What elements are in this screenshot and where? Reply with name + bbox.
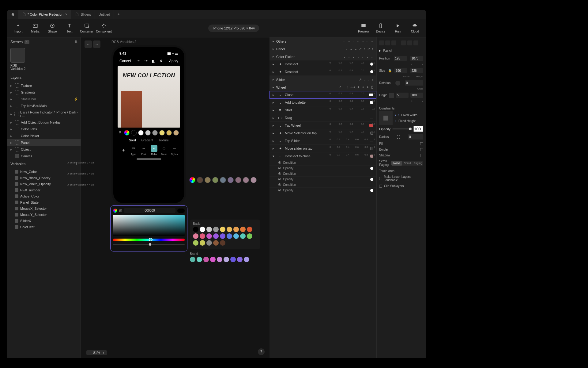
- color-swatch[interactable]: [206, 240, 212, 246]
- animation-row[interactable]: ▸⚑Start00.20.40.60.8: [270, 106, 376, 114]
- component-button[interactable]: Component: [96, 21, 111, 36]
- color-swatch[interactable]: [220, 177, 226, 183]
- tab-color-picker-redesign[interactable]: * Color Picker Redesign ×: [18, 10, 71, 19]
- lock-icon[interactable]: 🔒: [388, 69, 392, 72]
- color-swatch[interactable]: [233, 227, 239, 232]
- color-swatch[interactable]: [203, 257, 209, 262]
- color-swatch[interactable]: [138, 130, 144, 136]
- shadow-checkbox[interactable]: [420, 154, 423, 157]
- media-button[interactable]: Media: [28, 21, 43, 36]
- sort-scenes-button[interactable]: ⇅: [74, 40, 77, 44]
- home-button[interactable]: [7, 10, 18, 19]
- origin-grid[interactable]: [389, 93, 394, 98]
- device-button[interactable]: Device: [373, 21, 388, 36]
- color-swatch[interactable]: [227, 233, 232, 239]
- styles-tool[interactable]: A✦Styles: [171, 145, 178, 155]
- scene-thumbnail[interactable]: RGB Variables 2: [10, 48, 28, 71]
- origin-y-input[interactable]: [410, 93, 423, 98]
- opacity-slider[interactable]: [113, 244, 185, 245]
- section-slider[interactable]: ▸Slider↗⌄↓↑: [270, 76, 376, 83]
- back-button[interactable]: ←: [85, 40, 92, 48]
- add-button[interactable]: +: [120, 147, 127, 154]
- layer-row[interactable]: ▸Texture: [7, 82, 81, 89]
- hex-value[interactable]: 000000: [124, 208, 175, 213]
- color-picker-panel[interactable]: ⊞ 000000: [110, 205, 187, 251]
- align-top[interactable]: [401, 40, 406, 45]
- hue-slider[interactable]: [113, 239, 185, 241]
- color-swatch[interactable]: [173, 130, 179, 136]
- color-swatch[interactable]: [166, 130, 172, 136]
- color-swatch[interactable]: [240, 233, 246, 239]
- opacity-row[interactable]: ⦿Opacity: [270, 177, 376, 182]
- color-wheel-icon[interactable]: [113, 209, 117, 213]
- layer-row[interactable]: ▸Status bar⚡: [7, 96, 81, 102]
- color-swatch[interactable]: [197, 177, 203, 183]
- preview-button[interactable]: Preview: [356, 21, 371, 36]
- color-swatch[interactable]: [237, 257, 243, 262]
- radius-input[interactable]: [408, 134, 423, 140]
- eyedropper-icon[interactable]: ✎: [117, 130, 123, 136]
- blend-tool[interactable]: ◯Blend: [161, 145, 168, 155]
- container-button[interactable]: Container: [79, 21, 94, 36]
- layers-icon[interactable]: ❖: [160, 59, 163, 63]
- layer-row[interactable]: ▸Top NavBar/Main: [7, 102, 81, 109]
- color-swatch[interactable]: [244, 257, 249, 262]
- position-x-input[interactable]: [394, 56, 407, 61]
- origin-x-input[interactable]: [396, 93, 409, 98]
- add-tab-button[interactable]: +: [114, 12, 123, 17]
- type-tool[interactable]: ⌨Type: [130, 145, 137, 155]
- align-middle[interactable]: [407, 40, 412, 45]
- zoom-out-button[interactable]: −: [89, 351, 91, 355]
- animation-row[interactable]: ▸⌄Add to palette00.20.40.60.8: [270, 99, 376, 106]
- color-swatch[interactable]: [193, 233, 198, 239]
- zoom-control[interactable]: − 81% +: [86, 350, 107, 355]
- layer-row[interactable]: ▸Gradients: [7, 89, 81, 96]
- rotation-input[interactable]: [405, 80, 423, 86]
- layer-row[interactable]: ▸Object: [7, 146, 81, 153]
- variable-row[interactable]: MouseX_Selector: [7, 205, 81, 212]
- align-center[interactable]: [385, 40, 390, 45]
- color-swatch[interactable]: [227, 227, 232, 232]
- condition-row[interactable]: ⦿ConditionX of New Color ic 3 = 16: [270, 171, 376, 177]
- canvas[interactable]: ← → RGB Variables 2 9:41 ▮▮ ⎓ ▬ Cancel ↶: [81, 37, 270, 358]
- color-swatch[interactable]: [131, 130, 137, 136]
- section-others[interactable]: ▸Others⌄⌄⌄⌄⌄⌄⌄: [270, 37, 376, 45]
- color-swatch[interactable]: [210, 257, 216, 262]
- color-wheel-icon[interactable]: [124, 130, 130, 136]
- fixed-width-label[interactable]: Fixed Width: [401, 113, 417, 117]
- layer-row[interactable]: ▸Add Object Bottom Navbar: [7, 119, 81, 126]
- height-input[interactable]: [410, 68, 423, 73]
- scroll-paging-segment[interactable]: NoneScrollPaging: [391, 161, 423, 166]
- color-swatch[interactable]: [247, 227, 252, 232]
- color-swatch[interactable]: [190, 257, 195, 262]
- tab-solid[interactable]: Solid: [129, 139, 136, 142]
- align-bottom[interactable]: [413, 40, 418, 45]
- color-swatch[interactable]: [233, 233, 239, 239]
- color-swatch[interactable]: [235, 177, 241, 183]
- color-swatch[interactable]: [200, 240, 205, 246]
- color-swatch[interactable]: [200, 227, 205, 232]
- position-y-input[interactable]: [410, 56, 423, 61]
- variable-row[interactable]: HEX_number: [7, 187, 81, 193]
- rotation-dial[interactable]: [395, 81, 400, 86]
- layer-row[interactable]: ▸Bars / Home Indicator / iPhone / Dark -…: [7, 109, 81, 119]
- grid-icon[interactable]: ⊞: [119, 209, 122, 213]
- fixed-height-label[interactable]: Fixed Height: [398, 119, 416, 123]
- border-checkbox[interactable]: [420, 148, 423, 151]
- color-swatch[interactable]: [200, 233, 205, 239]
- section-color-picker[interactable]: ▸Color Picker⌄⌄⌄⌄⌄⌄⌄: [270, 53, 376, 60]
- opacity-row[interactable]: ⦿Opacity: [270, 188, 376, 193]
- color-wheel-icon[interactable]: [189, 177, 195, 183]
- color-swatch[interactable]: [228, 177, 234, 183]
- zoom-in-button[interactable]: +: [102, 351, 104, 355]
- color-swatch[interactable]: [224, 257, 229, 262]
- cancel-button[interactable]: Cancel: [119, 59, 131, 63]
- layer-row[interactable]: ▸Color Picker: [7, 132, 81, 139]
- color-swatch[interactable]: [220, 240, 225, 246]
- color-swatch[interactable]: [197, 257, 202, 262]
- color-swatch[interactable]: [220, 233, 225, 239]
- radius-icon[interactable]: ⛶: [397, 135, 400, 139]
- opacity-slider[interactable]: [392, 128, 412, 129]
- constraint-diagram[interactable]: [379, 111, 393, 125]
- run-button[interactable]: Run: [390, 21, 405, 36]
